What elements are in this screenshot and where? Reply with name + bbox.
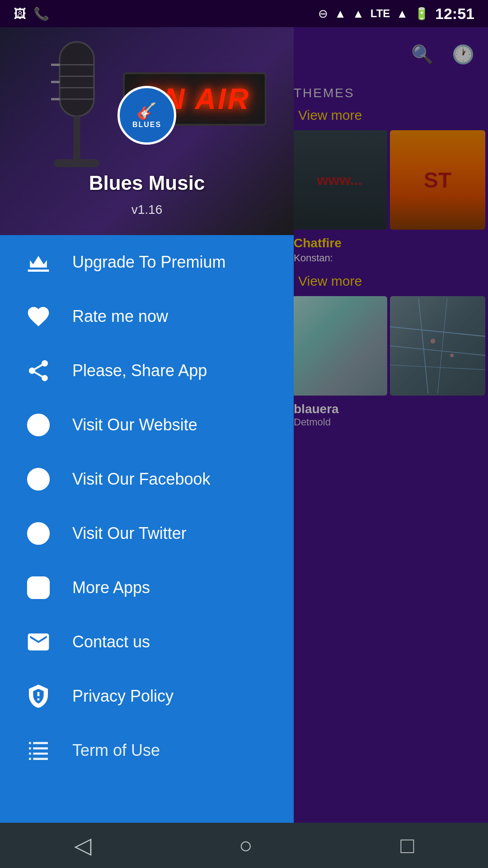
menu-list: Upgrade To Premium Rate me now Ple [0,235,294,868]
svg-point-23 [34,584,43,592]
menu-item-twitter[interactable]: Visit Our Twitter [0,506,294,561]
menu-item-more-apps[interactable]: More Apps [0,561,294,615]
shield-icon [23,680,54,712]
wifi-icon: ▲ [334,7,346,21]
instagram-icon [23,572,54,604]
rate-label: Rate me now [72,307,168,326]
dnd-icon: ⊖ [318,7,328,21]
lte-label: LTE [371,7,390,20]
facebook-icon [23,463,54,495]
svg-rect-13 [54,159,99,167]
share-icon [23,355,54,387]
recent-button[interactable]: □ [400,832,414,859]
menu-item-upgrade[interactable]: Upgrade To Premium [0,235,294,289]
status-bar: 🖼 📞 ⊖ ▲ ▲ LTE ▲ 🔋 12:51 [0,0,488,27]
navigation-bar: ◁ ○ □ [0,823,488,868]
list-icon [23,735,54,766]
app-title: Blues Music [89,172,205,194]
main-container: 🔍 🕐 THEMES View more www... ST Chatfire … [0,27,488,868]
svg-rect-12 [73,116,80,162]
globe-icon [23,409,54,441]
drawer-overlay [289,27,488,868]
menu-item-facebook[interactable]: Visit Our Facebook [0,452,294,506]
facebook-label: Visit Our Facebook [72,470,210,489]
phone-icon: 📞 [33,6,49,21]
signal-icon: ▲ [352,7,364,21]
menu-item-terms[interactable]: Term of Use [0,723,294,778]
navigation-drawer: ON AIR 🎸 BLUES Blues Music v1.16 [0,27,294,868]
menu-item-website[interactable]: Visit Our Website [0,398,294,452]
twitter-icon [23,518,54,549]
menu-item-share[interactable]: Please, Share App [0,344,294,398]
app-version: v1.16 [131,203,163,217]
battery-icon: 🔋 [414,7,429,21]
twitter-label: Visit Our Twitter [72,524,187,543]
app-logo: 🎸 BLUES [117,86,176,145]
drawer-header: ON AIR 🎸 BLUES Blues Music v1.16 [0,27,294,235]
email-icon [23,626,54,658]
website-label: Visit Our Website [72,415,197,434]
menu-item-rate[interactable]: Rate me now [0,289,294,344]
share-label: Please, Share App [72,361,207,380]
menu-item-privacy[interactable]: Privacy Policy [0,669,294,723]
home-button[interactable]: ○ [239,832,253,859]
status-right-icons: ⊖ ▲ ▲ LTE ▲ 🔋 12:51 [318,5,474,23]
terms-label: Term of Use [72,741,160,760]
crown-icon [23,246,54,278]
svg-point-24 [43,581,46,583]
logo-text: BLUES [132,121,161,129]
time-display: 12:51 [435,5,474,23]
heart-icon [23,301,54,332]
logo-guitar-icon: 🎸 [132,102,161,121]
photo-icon: 🖼 [14,6,26,21]
back-button[interactable]: ◁ [74,832,91,859]
signal2-icon: ▲ [396,7,408,21]
privacy-label: Privacy Policy [72,687,174,706]
svg-rect-7 [60,42,94,117]
status-left-icons: 🖼 📞 [14,6,49,21]
more-apps-label: More Apps [72,578,150,597]
svg-point-21 [28,523,49,544]
menu-item-contact[interactable]: Contact us [0,615,294,669]
contact-label: Contact us [72,632,150,651]
upgrade-label: Upgrade To Premium [72,253,226,272]
